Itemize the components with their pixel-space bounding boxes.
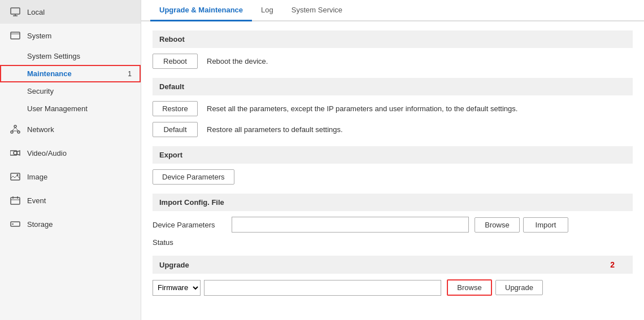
svg-rect-0 <box>11 8 20 14</box>
maintenance-badge: 1 <box>128 70 132 78</box>
reboot-description: Reboot the device. <box>207 57 268 65</box>
restore-button[interactable]: Restore <box>153 101 198 116</box>
svg-rect-14 <box>11 198 20 204</box>
import-status-label: Status <box>153 238 232 247</box>
sidebar-sub-maintenance[interactable]: Maintenance 1 <box>0 65 141 82</box>
sidebar-item-video-audio[interactable]: Video/Audio <box>0 141 141 165</box>
network-icon <box>9 123 21 135</box>
sidebar-item-local[interactable]: Local <box>0 0 141 24</box>
import-status-row: Status <box>153 238 633 247</box>
tab-log[interactable]: Log <box>252 0 282 21</box>
sidebar-label-image: Image <box>27 173 47 181</box>
svg-line-8 <box>12 128 15 131</box>
import-section-header: Import Config. File <box>153 194 633 211</box>
upgrade-browse-button[interactable]: Browse <box>447 279 492 296</box>
sidebar-sub-user-management[interactable]: User Management <box>0 100 141 117</box>
svg-point-11 <box>14 151 17 155</box>
sidebar-item-image[interactable]: Image <box>0 165 141 189</box>
monitor-icon <box>9 6 21 18</box>
upgrade-button[interactable]: Upgrade <box>495 280 543 295</box>
import-browse-button[interactable]: Browse <box>475 217 520 233</box>
sidebar-label-local: Local <box>27 8 45 16</box>
svg-point-5 <box>14 125 16 128</box>
upgrade-row: Firmware Browse Upgrade <box>153 279 633 296</box>
sidebar-item-storage[interactable]: Storage <box>0 212 141 236</box>
firmware-select[interactable]: Firmware <box>153 280 201 296</box>
reboot-row: Reboot Reboot the device. <box>153 54 633 69</box>
export-device-params-button[interactable]: Device Parameters <box>153 169 234 185</box>
system-icon <box>9 29 21 42</box>
reboot-section-header: Reboot <box>153 30 633 48</box>
content-area: Reboot Reboot Reboot the device. Default… <box>141 21 644 320</box>
main-area: Upgrade & Maintenance Log System Service… <box>141 0 644 320</box>
sidebar-sub-system-settings[interactable]: System Settings <box>0 47 141 65</box>
upgrade-section-header: Upgrade 2 <box>153 256 633 274</box>
export-section-header: Export <box>153 146 633 164</box>
image-icon <box>9 170 21 183</box>
svg-point-13 <box>17 174 19 176</box>
import-device-params-label: Device Parameters <box>153 221 232 229</box>
restore-row: Restore Reset all the parameters, except… <box>153 101 633 116</box>
import-file-input[interactable] <box>232 217 469 233</box>
default-description: Restore all parameters to default settin… <box>207 125 343 134</box>
default-section-header: Default <box>153 78 633 95</box>
sidebar-item-system[interactable]: System <box>0 24 141 47</box>
svg-point-7 <box>18 131 20 133</box>
sidebar-label-event: Event <box>27 196 46 205</box>
svg-point-6 <box>11 131 13 133</box>
camera-icon <box>9 147 21 159</box>
default-button[interactable]: Default <box>153 122 198 137</box>
sidebar-sub-security[interactable]: Security <box>0 82 141 100</box>
sidebar-label-video-audio: Video/Audio <box>27 149 67 157</box>
tab-bar: Upgrade & Maintenance Log System Service <box>141 0 644 21</box>
default-row: Default Restore all parameters to defaul… <box>153 122 633 137</box>
import-device-params-row: Device Parameters Browse Import <box>153 217 633 233</box>
upgrade-file-input[interactable] <box>204 280 441 296</box>
event-icon <box>9 194 21 207</box>
sidebar-item-network[interactable]: Network <box>0 117 141 141</box>
svg-line-9 <box>15 128 19 131</box>
storage-icon <box>9 218 21 230</box>
sidebar-label-network: Network <box>27 125 54 134</box>
sidebar-label-storage: Storage <box>27 220 53 229</box>
sidebar: Local System System Settings Maintenance… <box>0 0 141 320</box>
sidebar-item-event[interactable]: Event <box>0 189 141 212</box>
tab-system-service[interactable]: System Service <box>282 0 351 21</box>
reboot-button[interactable]: Reboot <box>153 54 198 69</box>
tab-upgrade-maintenance[interactable]: Upgrade & Maintenance <box>150 0 252 21</box>
export-row: Device Parameters <box>153 169 633 185</box>
restore-description: Reset all the parameters, except the IP … <box>207 104 517 113</box>
svg-rect-3 <box>11 32 20 39</box>
upgrade-badge: 2 <box>610 260 615 269</box>
sidebar-label-system: System <box>27 32 51 40</box>
import-button[interactable]: Import <box>523 217 568 233</box>
